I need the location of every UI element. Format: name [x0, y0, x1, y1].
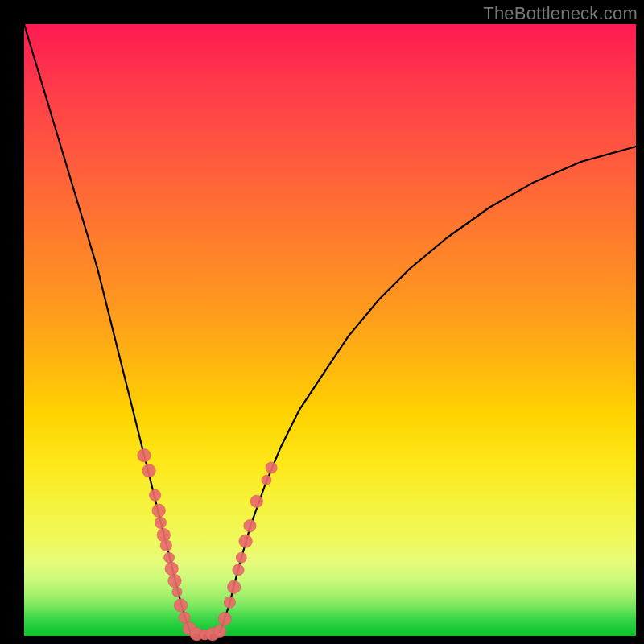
data-point: [227, 580, 240, 593]
data-point: [224, 597, 235, 608]
data-point: [152, 504, 165, 517]
data-point: [172, 587, 182, 597]
data-point: [174, 599, 187, 612]
chart-frame: TheBottleneck.com: [0, 0, 644, 644]
data-point: [236, 552, 246, 563]
plot-area: [24, 24, 636, 636]
data-point: [214, 625, 226, 637]
data-point: [239, 535, 252, 547]
data-point: [164, 552, 175, 563]
bottleneck-curve: [24, 24, 636, 635]
data-markers: [138, 449, 277, 641]
curve-layer: [24, 24, 636, 636]
data-point: [157, 528, 170, 541]
data-point: [155, 517, 166, 528]
data-point: [142, 464, 155, 477]
data-point: [244, 520, 256, 532]
data-point: [233, 564, 244, 576]
data-point: [266, 462, 277, 473]
data-point: [250, 495, 262, 507]
curve-path: [24, 24, 636, 635]
data-point: [160, 539, 171, 551]
data-point: [138, 449, 151, 462]
data-point: [168, 574, 181, 587]
watermark-text: TheBottleneck.com: [483, 3, 638, 24]
data-point: [179, 612, 190, 623]
data-point: [165, 562, 178, 575]
data-point: [150, 489, 161, 501]
data-point: [218, 613, 231, 625]
data-point: [262, 475, 271, 485]
